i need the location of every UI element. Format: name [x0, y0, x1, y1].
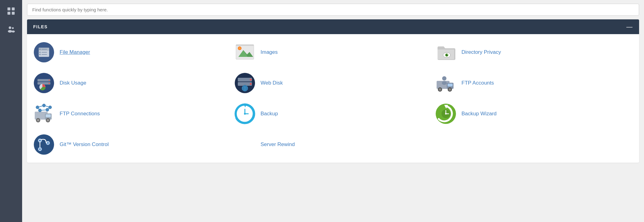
file-manager-item[interactable]: File Manager [33, 42, 231, 63]
svg-rect-12 [41, 49, 47, 50]
directory-privacy-item[interactable]: Directory Privacy [435, 42, 633, 63]
git-icon [33, 134, 55, 155]
svg-point-26 [447, 54, 448, 55]
disk-usage-item[interactable]: Disk Usage [33, 72, 231, 94]
svg-rect-29 [37, 82, 50, 85]
search-bar-container [22, 0, 644, 19]
file-manager-icon [33, 42, 55, 63]
files-section-header: FILES — [27, 19, 639, 34]
grid-icon[interactable] [5, 5, 17, 17]
directory-privacy-label[interactable]: Directory Privacy [461, 49, 501, 55]
svg-point-49 [449, 88, 451, 91]
backup-wizard-icon [435, 103, 457, 125]
users-icon[interactable] [5, 23, 17, 36]
ftp-connections-label[interactable]: FTP Connections [60, 111, 100, 117]
svg-rect-45 [448, 84, 453, 86]
svg-point-37 [250, 83, 252, 85]
search-input[interactable] [27, 4, 639, 16]
ftp-connections-item[interactable]: FTP Connections [33, 103, 231, 125]
svg-rect-0 [7, 7, 10, 10]
git-version-control-item[interactable]: Git™ Version Control [33, 134, 231, 155]
svg-point-87 [47, 142, 49, 144]
server-rewind-label[interactable]: Server Rewind [261, 141, 295, 148]
svg-rect-13 [39, 52, 41, 53]
svg-point-4 [9, 26, 11, 29]
git-version-control-label[interactable]: Git™ Version Control [60, 141, 109, 148]
svg-point-80 [34, 134, 54, 155]
directory-privacy-icon [435, 42, 457, 63]
backup-icon [234, 103, 256, 125]
svg-point-5 [12, 27, 14, 29]
files-section: FILES — [27, 19, 639, 163]
svg-point-85 [39, 140, 41, 141]
svg-rect-1 [12, 7, 14, 10]
ftp-connections-icon [33, 103, 55, 125]
svg-rect-54 [46, 114, 51, 117]
ftp-accounts-item[interactable]: FTP Accounts [435, 72, 633, 94]
svg-rect-18 [236, 45, 254, 46]
svg-point-79 [445, 113, 447, 115]
svg-point-7 [12, 30, 15, 33]
disk-usage-icon [33, 72, 55, 94]
svg-point-86 [39, 148, 41, 150]
svg-rect-16 [41, 54, 47, 55]
images-icon [234, 42, 256, 63]
svg-point-36 [250, 79, 252, 81]
svg-point-50 [442, 76, 446, 81]
svg-point-51 [442, 81, 447, 85]
images-item[interactable]: Images [234, 42, 432, 63]
backup-label[interactable]: Backup [261, 111, 278, 117]
svg-rect-2 [7, 12, 10, 14]
web-disk-label[interactable]: Web Disk [261, 80, 283, 86]
web-disk-icon [234, 72, 256, 94]
collapse-button[interactable]: — [626, 24, 633, 30]
ftp-accounts-label[interactable]: FTP Accounts [461, 80, 494, 86]
svg-rect-11 [39, 49, 41, 50]
backup-item[interactable]: Backup [234, 103, 432, 125]
images-label[interactable]: Images [261, 49, 278, 55]
svg-point-30 [49, 80, 50, 81]
svg-rect-3 [12, 12, 14, 14]
svg-point-56 [37, 119, 39, 121]
files-section-title: FILES [33, 24, 48, 29]
svg-point-31 [49, 83, 50, 84]
svg-point-6 [8, 30, 12, 33]
svg-rect-28 [37, 79, 50, 81]
svg-rect-15 [39, 54, 41, 55]
file-manager-label[interactable]: File Manager [60, 49, 90, 55]
svg-point-47 [439, 88, 441, 91]
svg-point-73 [244, 113, 246, 115]
svg-point-58 [47, 119, 49, 121]
sidebar [0, 0, 22, 222]
svg-rect-14 [41, 52, 47, 53]
server-rewind-item[interactable]: Server Rewind [234, 134, 432, 155]
web-disk-item[interactable]: Web Disk [234, 72, 432, 94]
server-rewind-icon [234, 134, 256, 155]
backup-wizard-label[interactable]: Backup Wizard [461, 111, 497, 117]
disk-usage-label[interactable]: Disk Usage [60, 80, 86, 86]
ftp-accounts-icon [435, 72, 457, 94]
files-items-grid: File Manager Images [27, 34, 639, 163]
svg-point-22 [238, 47, 241, 50]
backup-wizard-item[interactable]: Backup Wizard [435, 103, 633, 125]
main-content: FILES — [22, 0, 644, 222]
